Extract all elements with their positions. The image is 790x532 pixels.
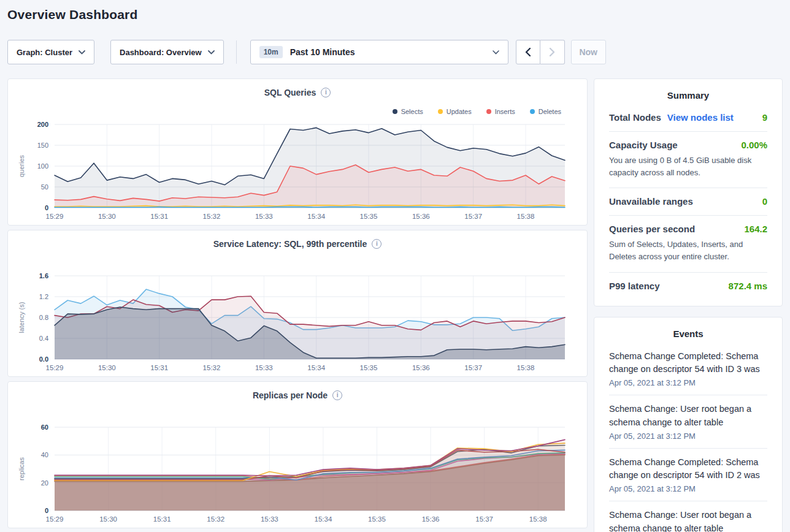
summary-row-label: Unavailable ranges [609, 196, 693, 207]
previous-time-button[interactable] [516, 40, 540, 64]
legend-dot [393, 109, 397, 114]
legend-item-selects[interactable]: Selects [393, 108, 423, 115]
event-text[interactable]: Schema Change Completed: Schema change o… [609, 456, 767, 483]
svg-text:150: 150 [37, 142, 48, 149]
legend-item-updates[interactable]: Updates [438, 108, 472, 115]
page-title: Overview Dashboard [7, 7, 138, 22]
info-icon[interactable]: i [372, 239, 382, 249]
legend-item-inserts[interactable]: Inserts [486, 108, 515, 115]
legend-label: Inserts [495, 108, 515, 115]
svg-text:15:35: 15:35 [368, 515, 386, 523]
svg-text:0.8: 0.8 [39, 314, 48, 321]
chart-title: Service Latency: SQL, 99th percentile [213, 239, 367, 249]
legend-dot [438, 109, 443, 114]
svg-text:15:30: 15:30 [99, 515, 117, 523]
info-icon[interactable]: i [321, 88, 331, 97]
summary-panel: Summary Total NodesView nodes list9Capac… [594, 78, 783, 306]
chart-card-sql-queries: SQL Queries i SelectsUpdatesInsertsDelet… [7, 78, 588, 226]
chevron-left-icon [525, 48, 531, 56]
graph-dropdown[interactable]: Graph: Cluster [7, 40, 94, 64]
svg-text:queries: queries [18, 154, 25, 177]
graph-dropdown-label: Graph: Cluster [17, 48, 72, 57]
summary-row: Capacity Usage0.00%You are using 0 B of … [609, 132, 767, 188]
charts-column: SQL Queries i SelectsUpdatesInsertsDelet… [7, 78, 588, 532]
svg-text:15:37: 15:37 [464, 213, 482, 220]
chevron-down-icon [493, 50, 499, 55]
legend-dot [530, 109, 535, 114]
legend-label: Updates [447, 108, 472, 115]
svg-text:15:33: 15:33 [261, 515, 278, 523]
summary-row: Total NodesView nodes list9 [609, 104, 767, 132]
svg-text:15:29: 15:29 [46, 364, 64, 371]
svg-text:15:35: 15:35 [360, 364, 378, 371]
svg-text:15:38: 15:38 [517, 364, 535, 371]
event-timestamp: Apr 05, 2021 at 3:12 PM [609, 378, 767, 387]
summary-row-description: Sum of Selects, Updates, Inserts, and De… [609, 238, 767, 263]
svg-text:100: 100 [37, 162, 48, 170]
legend-label: Deletes [539, 108, 561, 115]
svg-text:15:38: 15:38 [517, 213, 535, 220]
svg-text:15:31: 15:31 [153, 515, 171, 523]
svg-text:15:36: 15:36 [412, 364, 430, 371]
summary-row: Unavailable ranges0 [609, 188, 767, 216]
svg-text:0.0: 0.0 [39, 355, 48, 363]
event-text[interactable]: Schema Change: User root began a schema … [609, 403, 767, 430]
time-step-buttons [516, 40, 565, 64]
svg-text:15:32: 15:32 [207, 515, 224, 523]
chart-plot[interactable]: 15:2915:3015:3115:3215:3315:3415:3515:36… [15, 118, 580, 226]
svg-text:15:37: 15:37 [475, 515, 493, 523]
summary-row: P99 latency872.4 ms [609, 273, 767, 300]
event-timestamp: Apr 05, 2021 at 3:12 PM [609, 484, 767, 493]
event-item: Schema Change: User root began a schema … [609, 501, 767, 532]
event-item: Schema Change: User root began a schema … [609, 395, 767, 449]
summary-row-value: 0 [762, 196, 767, 207]
events-panel: Events Schema Change Completed: Schema c… [594, 317, 783, 532]
time-range-badge: 10m [259, 46, 283, 58]
svg-text:15:34: 15:34 [307, 364, 325, 371]
chevron-right-icon [550, 48, 555, 56]
view-nodes-list-link[interactable]: View nodes list [667, 112, 734, 123]
svg-text:replicas: replicas [18, 457, 25, 481]
time-range-label: Past 10 Minutes [290, 47, 355, 57]
summary-row-value: 0.00% [741, 140, 767, 150]
svg-text:15:33: 15:33 [255, 364, 273, 371]
dashboard-dropdown[interactable]: Dashboard: Overview [110, 40, 224, 64]
legend-label: Selects [401, 108, 423, 115]
event-text[interactable]: Schema Change Completed: Schema change o… [609, 350, 767, 377]
svg-text:20: 20 [41, 479, 48, 487]
next-time-button[interactable] [540, 40, 565, 64]
summary-row-label: P99 latency [609, 281, 660, 291]
svg-text:15:31: 15:31 [150, 213, 168, 220]
svg-text:15:32: 15:32 [203, 364, 221, 371]
svg-text:15:37: 15:37 [464, 364, 482, 371]
info-icon[interactable]: i [332, 390, 342, 400]
svg-text:15:31: 15:31 [150, 364, 168, 371]
now-button[interactable]: Now [571, 40, 606, 64]
summary-row: Queries per second164.2Sum of Selects, U… [609, 216, 767, 272]
event-timestamp: Apr 05, 2021 at 3:12 PM [609, 431, 767, 441]
chevron-down-icon [208, 50, 215, 55]
summary-row-value: 872.4 ms [729, 281, 767, 291]
chart-plot[interactable]: 15:2915:3015:3115:3215:3315:3415:3515:36… [15, 270, 580, 378]
legend-item-deletes[interactable]: Deletes [530, 108, 561, 115]
svg-text:15:30: 15:30 [98, 364, 116, 371]
summary-row-value: 164.2 [744, 224, 767, 234]
chevron-down-icon [79, 50, 85, 55]
events-title: Events [609, 329, 767, 343]
time-range-picker[interactable]: 10m Past 10 Minutes [250, 40, 508, 64]
dashboard-dropdown-label: Dashboard: Overview [120, 48, 202, 57]
chart-plot[interactable]: 15:2915:3015:3115:3215:3315:3415:3515:36… [15, 421, 580, 529]
toolbar: Graph: Cluster Dashboard: Overview 10m P… [7, 40, 606, 64]
event-text[interactable]: Schema Change: User root began a schema … [609, 509, 767, 532]
summary-row-value: 9 [762, 112, 767, 123]
svg-text:15:32: 15:32 [203, 213, 221, 220]
right-sidebar: Summary Total NodesView nodes list9Capac… [594, 78, 783, 532]
svg-text:15:29: 15:29 [46, 515, 64, 523]
svg-text:0: 0 [45, 507, 48, 514]
chart-title: Replicas per Node [253, 390, 328, 400]
svg-text:15:36: 15:36 [422, 515, 440, 523]
svg-text:15:30: 15:30 [98, 213, 116, 220]
svg-text:0.4: 0.4 [39, 335, 48, 342]
svg-text:15:29: 15:29 [46, 213, 64, 220]
summary-row-label: Total Nodes [609, 112, 661, 123]
